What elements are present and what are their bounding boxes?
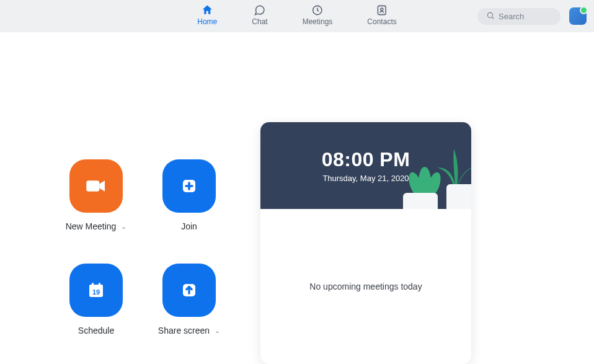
video-icon xyxy=(69,159,123,213)
svg-text:19: 19 xyxy=(92,288,100,296)
chat-icon xyxy=(254,4,266,16)
tab-label: Meetings xyxy=(303,17,333,26)
clock-icon xyxy=(311,4,324,16)
search-icon xyxy=(486,11,495,22)
contact-icon xyxy=(376,4,388,16)
search-input[interactable]: Search xyxy=(477,8,561,25)
action-grid: New Meeting ⌄ Join 19 xyxy=(50,159,236,335)
plant-decor-icon xyxy=(403,146,446,195)
chevron-down-icon[interactable]: ⌄ xyxy=(121,223,126,231)
action-label: Schedule xyxy=(78,326,114,335)
tab-chat[interactable]: Chat xyxy=(252,4,267,26)
tab-home[interactable]: Home xyxy=(197,4,217,26)
svg-point-3 xyxy=(487,12,492,17)
share-icon xyxy=(162,264,216,317)
pot-decor xyxy=(403,193,438,209)
plus-icon xyxy=(162,159,216,213)
nav-tabs: Home Chat Meetings Contacts xyxy=(197,0,396,32)
home-icon xyxy=(201,4,213,16)
share-screen-button[interactable]: Share screen ⌄ xyxy=(143,264,236,335)
topbar-right: Search xyxy=(477,7,587,25)
avatar[interactable] xyxy=(569,7,587,25)
upcoming-empty: No upcoming meetings today xyxy=(260,209,471,364)
action-label: Share screen xyxy=(158,326,210,335)
join-button[interactable]: Join xyxy=(143,159,236,231)
svg-point-2 xyxy=(381,7,383,10)
tab-contacts[interactable]: Contacts xyxy=(367,4,396,26)
svg-rect-9 xyxy=(99,283,100,286)
tab-label: Contacts xyxy=(367,17,396,26)
chevron-down-icon[interactable]: ⌄ xyxy=(215,327,220,335)
action-label: New Meeting xyxy=(66,221,117,231)
clock-hero: 08:00 PM Thursday, May 21, 2020 xyxy=(260,122,471,209)
pot-decor xyxy=(446,184,471,209)
clock-date: Thursday, May 21, 2020 xyxy=(322,174,409,183)
search-placeholder: Search xyxy=(499,12,524,21)
svg-rect-8 xyxy=(92,283,94,286)
calendar-icon: 19 xyxy=(69,264,123,317)
clock-time: 08:00 PM xyxy=(322,148,410,171)
upcoming-empty-text: No upcoming meetings today xyxy=(309,282,422,291)
info-panel: 08:00 PM Thursday, May 21, 2020 No upcom… xyxy=(260,122,471,364)
top-bar: Home Chat Meetings Contacts Search xyxy=(0,0,594,32)
action-label: Join xyxy=(181,221,197,231)
svg-rect-4 xyxy=(86,180,99,192)
schedule-button[interactable]: 19 Schedule xyxy=(50,264,143,335)
tab-label: Home xyxy=(197,17,217,26)
new-meeting-button[interactable]: New Meeting ⌄ xyxy=(50,159,143,231)
tab-label: Chat xyxy=(252,17,267,26)
tab-meetings[interactable]: Meetings xyxy=(303,4,333,26)
main-area: New Meeting ⌄ Join 19 xyxy=(0,32,594,364)
